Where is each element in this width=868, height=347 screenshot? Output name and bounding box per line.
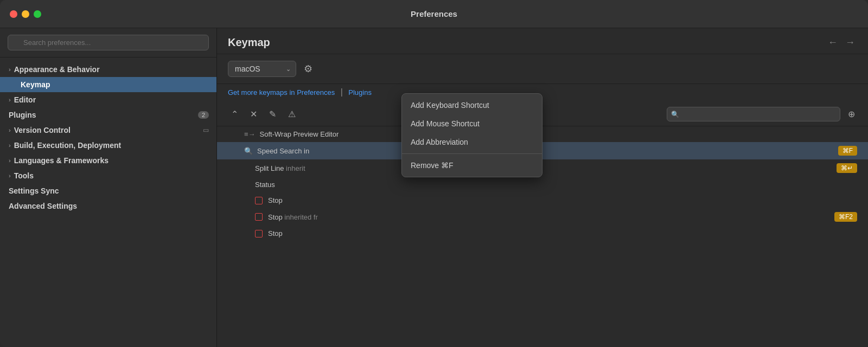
titlebar: Preferences [0,0,868,28]
preferences-window: Preferences 🔍 › Appearance & Behavior Ke… [0,0,868,347]
red-square-icon [255,230,263,237]
sidebar-item-version-control[interactable]: › Version Control ▭ [0,123,216,138]
action-row-stop-inherited[interactable]: Stop inherited fr ⌘F2 [217,208,868,226]
add-mouse-shortcut-label: Add Mouse Shortcut [411,119,480,128]
chevron-right-icon: › [9,97,11,103]
sidebar-item-label: Keymap [21,80,50,89]
keymap-dropdown-wrapper: macOS Default Eclipse NetBeans Visual St… [228,61,296,77]
version-control-icon: ▭ [203,126,209,134]
main-header: Keymap ← → [217,28,868,54]
sidebar-item-settings-sync[interactable]: Settings Sync [0,183,216,198]
sidebar-item-label: Settings Sync [9,187,59,195]
plugins-badge: 2 [198,111,209,119]
shortcut-badge-cmd-f: ⌘F [838,146,857,156]
toolbar-search-icon: 🔍 [671,111,679,118]
forward-arrow-button[interactable]: → [843,36,857,49]
action-name: Stop inherited fr [268,213,834,221]
action-name: Status [255,181,857,189]
action-name: Stop [268,229,857,237]
nav-list: › Appearance & Behavior Keymap › Editor … [0,57,216,347]
main-content: Keymap ← → macOS Default Eclipse NetBean… [217,28,868,347]
maximize-button[interactable] [34,10,41,18]
sidebar-item-appearance[interactable]: › Appearance & Behavior [0,62,216,77]
chevron-right-icon: › [9,66,11,73]
remove-label: Remove ⌘F [411,161,454,170]
get-more-keymaps-link[interactable]: Get more keymaps in Preferences [228,88,335,97]
action-row-speed-search[interactable]: 🔍 Speed Search in ⌘F [217,142,868,159]
sidebar-item-plugins[interactable]: Plugins 2 [0,107,216,123]
search-options-button[interactable]: ⊕ [846,107,857,121]
sidebar-item-tools[interactable]: › Tools [0,168,216,183]
context-menu-item-remove[interactable]: Remove ⌘F [402,156,542,175]
sidebar-item-label: Build, Execution, Deployment [14,141,122,150]
sidebar-item-label: Version Control [14,126,71,134]
action-name: Soft-Wrap Preview Editor [260,130,857,138]
chevron-right-icon: › [9,172,11,179]
sidebar-item-editor[interactable]: › Editor [0,92,216,107]
add-keyboard-shortcut-label: Add Keyboard Shortcut [411,101,489,110]
traffic-lights [10,10,41,18]
context-menu-item-add-mouse-shortcut[interactable]: Add Mouse Shortcut [402,114,542,133]
action-row-stop-1[interactable]: Stop [217,192,868,208]
gear-button[interactable]: ⚙ [302,61,315,77]
chevron-right-icon: › [9,142,11,149]
sidebar-item-keymap[interactable]: Keymap [0,77,216,92]
chevron-right-icon: › [9,157,11,164]
toolbar-search-wrapper: 🔍 [667,107,840,121]
red-square-icon [255,213,263,221]
context-menu: Add Keyboard Shortcut Add Mouse Shortcut… [401,93,542,177]
shortcut-badge-cmd-enter: ⌘↵ [837,163,857,173]
sidebar-item-label: Appearance & Behavior [14,65,100,74]
search-icon: 🔍 [244,147,253,155]
sidebar-search-wrapper: 🔍 [8,35,209,50]
sidebar-search-input[interactable] [8,35,209,50]
action-toolbar: ⌃ ✕ ✎ ⚠ 🔍 ⊕ [217,102,868,126]
collapse-all-button[interactable]: ⌃ [228,107,241,121]
keymap-controls: macOS Default Eclipse NetBeans Visual St… [217,54,868,84]
chevron-right-icon: › [9,127,11,133]
remove-binding-button[interactable]: ✕ [247,107,260,121]
context-menu-item-add-abbreviation[interactable]: Add Abbreviation [402,133,542,151]
window-title: Preferences [411,9,457,18]
action-row-status[interactable]: Status [217,177,868,192]
nav-arrows: ← → [826,36,857,49]
content-area: 🔍 › Appearance & Behavior Keymap › Edito… [0,28,868,347]
action-name: Speed Search in [257,147,838,155]
sidebar-item-label: Advanced Settings [9,202,77,210]
sidebar-item-label: Plugins [9,111,36,119]
add-abbreviation-label: Add Abbreviation [411,138,468,146]
shortcut-badge-cmd-f2: ⌘F2 [834,212,857,222]
plugins-link[interactable]: Plugins [348,88,372,97]
keymap-dropdown[interactable]: macOS Default Eclipse NetBeans Visual St… [228,61,296,77]
sidebar: 🔍 › Appearance & Behavior Keymap › Edito… [0,28,217,347]
sidebar-item-languages[interactable]: › Languages & Frameworks [0,153,216,168]
red-square-icon [255,197,263,204]
sidebar-item-build[interactable]: › Build, Execution, Deployment [0,138,216,153]
keymap-links: Get more keymaps in Preferences | Plugin… [217,84,868,102]
sidebar-item-label: Languages & Frameworks [14,156,108,165]
close-button[interactable] [10,10,17,18]
sidebar-item-label: Editor [14,95,36,104]
sidebar-search-container: 🔍 [0,28,216,57]
page-title: Keymap [228,36,270,49]
action-list: ≡→ Soft-Wrap Preview Editor 🔍 Speed Sear… [217,126,868,347]
context-menu-separator [402,153,542,154]
action-row-stop-2[interactable]: Stop [217,226,868,241]
edit-button[interactable]: ✎ [266,107,279,121]
minimize-button[interactable] [22,10,29,18]
action-row-soft-wrap[interactable]: ≡→ Soft-Wrap Preview Editor [217,126,868,142]
sidebar-item-label: Tools [14,171,34,180]
link-separator: | [341,87,343,97]
soft-wrap-icon: ≡→ [244,130,256,138]
context-menu-item-add-keyboard-shortcut[interactable]: Add Keyboard Shortcut [402,96,542,114]
warning-button[interactable]: ⚠ [285,107,299,121]
inherited-text: inherited fr [284,213,317,221]
back-arrow-button[interactable]: ← [826,36,840,49]
action-name: Split Line inherit [255,164,837,172]
action-name: Stop [268,196,857,204]
action-search-input[interactable] [667,107,840,121]
sidebar-item-advanced-settings[interactable]: Advanced Settings [0,198,216,214]
action-row-split-line[interactable]: Split Line inherit ⌘↵ [217,159,868,177]
inherited-text: inherit [286,164,305,172]
